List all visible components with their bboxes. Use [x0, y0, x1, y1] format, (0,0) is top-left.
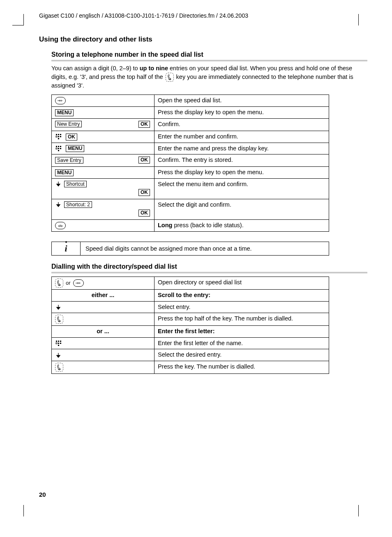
step-desc: Select the menu item and confirm.: [154, 178, 329, 199]
keypad-icon: [55, 145, 62, 152]
procedure-table-2: or Open directory or speed dial list eit…: [51, 277, 329, 374]
svg-rect-23: [60, 341, 61, 342]
talk-key-icon: [55, 315, 63, 324]
speed-dial-key-icon: [73, 279, 84, 287]
step-desc: Press the key. The number is dialled.: [154, 361, 329, 373]
step-desc: Open directory or speed dial list: [154, 277, 329, 290]
keypad-icon: [55, 134, 62, 140]
step-desc: Confirm. The entry is stored.: [154, 154, 329, 167]
svg-rect-10: [56, 146, 57, 147]
step-desc: Press the display key to open the menu.: [154, 107, 329, 119]
down-arrow-icon: [56, 181, 61, 187]
svg-rect-7: [58, 136, 59, 137]
step-desc: Enter the first letter:: [154, 326, 329, 338]
info-note: i Speed dial digits cannot be assigned m…: [51, 242, 329, 256]
procedure-table-1: Open the speed dial list. MENU Press the…: [51, 94, 329, 232]
end-key-icon: [55, 222, 66, 229]
speed-dial-key-icon: [55, 97, 66, 104]
svg-rect-21: [56, 341, 57, 342]
svg-rect-11: [58, 146, 59, 147]
page-number: 20: [39, 491, 46, 498]
step-desc: Select the digit and confirm.: [154, 199, 329, 219]
screen-label: Shortcut: 2: [64, 201, 92, 208]
note-text: Speed dial digits cannot be assigned mor…: [81, 242, 329, 255]
ok-key: OK: [138, 157, 150, 164]
or-text: or: [66, 280, 71, 286]
step-desc: Press the top half of the key. The numbe…: [154, 313, 329, 326]
svg-rect-27: [58, 345, 59, 346]
either-label: either ...: [52, 290, 154, 302]
svg-rect-12: [60, 146, 61, 147]
svg-rect-5: [60, 134, 61, 135]
intro-paragraph: You can assign a digit (0, 2–9) to up to…: [51, 65, 367, 90]
ok-key: OK: [138, 121, 150, 128]
down-arrow-icon: [56, 304, 61, 310]
section-heading: Using the directory and other lists: [39, 35, 367, 44]
down-arrow-icon: [56, 353, 61, 358]
step-desc: Select entry.: [154, 301, 329, 313]
ok-key: OK: [138, 210, 150, 217]
down-arrow-icon: [56, 202, 61, 207]
or-label: or ...: [52, 326, 154, 338]
subsection-heading-1: Storing a telephone number in the speed …: [51, 51, 367, 58]
subsection-heading-2: Dialling with the directory/speed dial l…: [51, 263, 367, 270]
menu-key: MENU: [55, 109, 74, 116]
svg-rect-13: [56, 148, 57, 149]
talk-key-icon: [55, 363, 63, 372]
step-desc: Select the desired entry.: [154, 349, 329, 361]
step-desc: Enter the name and press the display key…: [154, 143, 329, 154]
svg-rect-16: [58, 150, 59, 151]
svg-point-19: [76, 283, 76, 283]
svg-point-1: [62, 100, 62, 101]
step-desc: Enter the number and confirm.: [154, 131, 329, 143]
ok-key: OK: [138, 189, 150, 196]
svg-rect-6: [56, 136, 57, 137]
svg-rect-25: [58, 343, 59, 344]
svg-rect-15: [60, 148, 61, 149]
svg-rect-8: [60, 136, 61, 137]
svg-rect-24: [56, 343, 57, 344]
svg-point-18: [80, 283, 81, 283]
svg-rect-9: [58, 138, 59, 139]
divider: [51, 60, 367, 61]
svg-rect-26: [60, 343, 61, 344]
svg-rect-4: [58, 134, 59, 135]
talk-key-icon: [166, 73, 174, 82]
ok-key: OK: [66, 134, 77, 141]
svg-point-2: [58, 100, 58, 101]
step-desc: Enter the first letter of the name.: [154, 337, 329, 349]
screen-label: New Entry: [55, 121, 82, 127]
talk-key-icon: [55, 279, 63, 288]
svg-rect-14: [58, 148, 59, 149]
screen-label: Shortcut: [64, 181, 87, 187]
step-desc: Confirm.: [154, 118, 329, 131]
keypad-icon: [55, 340, 62, 347]
screen-label: Save Entry: [55, 157, 83, 164]
doc-header: Gigaset C100 / englisch / A31008-C100-J1…: [39, 12, 367, 19]
step-desc: Long press (back to idle status).: [154, 219, 329, 231]
menu-key: MENU: [66, 145, 84, 152]
menu-key: MENU: [55, 169, 74, 176]
svg-rect-3: [56, 134, 57, 135]
svg-rect-22: [58, 341, 59, 342]
step-desc: Open the speed dial list.: [154, 95, 329, 107]
divider: [51, 272, 367, 273]
step-desc: Press the display key to open the menu.: [154, 167, 329, 179]
info-icon: i: [52, 242, 81, 255]
step-desc: Scroll to the entry:: [154, 290, 329, 302]
